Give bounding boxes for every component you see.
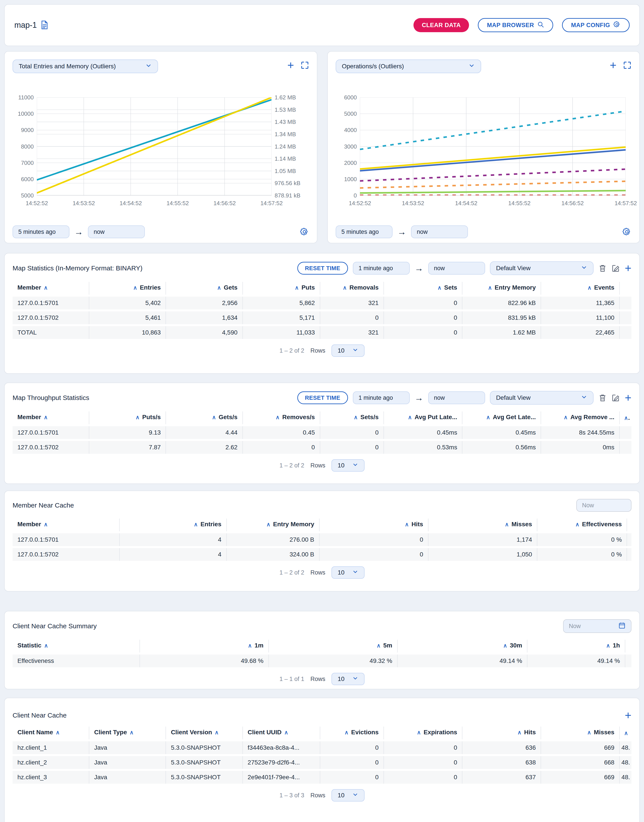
column-header-1h[interactable]: ∧1h bbox=[527, 640, 625, 653]
reset-time-button[interactable]: RESET TIME bbox=[297, 391, 348, 404]
delete-view-icon[interactable] bbox=[598, 264, 607, 272]
time-to-input[interactable]: now bbox=[428, 262, 485, 275]
column-header-member[interactable]: Member∧ bbox=[12, 411, 89, 424]
add-chart-icon[interactable]: + bbox=[610, 61, 616, 70]
column-header-puts[interactable]: ∧Puts bbox=[243, 282, 320, 294]
column-header-gets-s[interactable]: ∧Gets/s bbox=[166, 411, 243, 424]
rows-per-page-select[interactable]: 10 bbox=[331, 566, 365, 579]
column-header-member[interactable]: Member∧ bbox=[12, 518, 120, 531]
column-header-sets-s[interactable]: ∧Sets/s bbox=[320, 411, 384, 424]
column-header-statistic[interactable]: Statistic∧ bbox=[12, 640, 140, 653]
column-header-client-uuid[interactable]: Client UUID∧ bbox=[243, 727, 320, 739]
edit-view-icon[interactable] bbox=[612, 394, 620, 402]
table-row[interactable]: 127.0.0.1:57015,4022,9565,8623210822.96 … bbox=[12, 297, 632, 310]
chart-settings-gear-icon[interactable] bbox=[300, 227, 309, 236]
table-row[interactable]: Effectiveness49.68 %49.32 %49.14 %49.14 … bbox=[12, 655, 632, 667]
chart-metric-select[interactable]: Total Entries and Memory (Outliers) bbox=[12, 60, 158, 73]
table-row[interactable]: hz.client_1Java5.3.0-SNAPSHOTf34463ea-8c… bbox=[12, 741, 632, 754]
column-header-client-type[interactable]: Client Type∧ bbox=[89, 727, 166, 739]
column-header-client-name[interactable]: Client Name∧ bbox=[12, 727, 89, 739]
column-header-expirations[interactable]: ∧Expirations bbox=[384, 727, 463, 739]
reset-time-button[interactable]: RESET TIME bbox=[297, 262, 348, 275]
column-header-1m[interactable]: ∧1m bbox=[140, 640, 269, 653]
delete-view-icon[interactable] bbox=[598, 394, 607, 402]
add-view-icon[interactable]: + bbox=[625, 711, 632, 720]
table-row[interactable]: 127.0.0.1:57024324.00 B01,0500 % bbox=[12, 548, 632, 561]
sort-caret-icon: ∧ bbox=[44, 521, 48, 528]
edit-view-icon[interactable] bbox=[612, 264, 620, 272]
fullscreen-icon[interactable] bbox=[301, 61, 309, 69]
sort-caret-icon: ∧ bbox=[276, 414, 279, 420]
time-from-input[interactable]: 5 minutes ago bbox=[336, 225, 393, 238]
add-view-icon[interactable]: + bbox=[625, 393, 632, 402]
column-header-avg-put-latency[interactable]: ∧Avg Put Late... bbox=[384, 411, 463, 424]
map-config-button[interactable]: MAP CONFIG bbox=[562, 18, 630, 32]
time-to-input[interactable]: now bbox=[428, 391, 485, 404]
table-row[interactable]: hz.client_2Java5.3.0-SNAPSHOT27523e79-d2… bbox=[12, 756, 632, 769]
column-header-events[interactable]: ∧Events bbox=[541, 282, 620, 294]
column-header-gets[interactable]: ∧Gets bbox=[166, 282, 243, 294]
column-header-entry-memory[interactable]: ∧Entry Memory bbox=[462, 282, 541, 294]
column-header-hits[interactable]: ∧Hits bbox=[320, 518, 428, 531]
column-header-5m[interactable]: ∧5m bbox=[269, 640, 397, 653]
document-icon[interactable] bbox=[41, 20, 48, 30]
view-select[interactable]: Default View bbox=[490, 391, 593, 405]
section-title: Map Statistics (In-Memory Format: BINARY… bbox=[12, 264, 143, 272]
rows-per-page-select[interactable]: 10 bbox=[331, 344, 365, 357]
column-header-member[interactable]: Member∧ bbox=[12, 282, 89, 294]
chart-metric-select[interactable]: Operations/s (Outliers) bbox=[336, 60, 481, 73]
column-header-avg-get-latency[interactable]: ∧Avg Get Late... bbox=[462, 411, 541, 424]
map-browser-button[interactable]: MAP BROWSER bbox=[478, 18, 553, 32]
time-from-input[interactable]: 1 minute ago bbox=[353, 262, 410, 275]
column-header-30m[interactable]: ∧30m bbox=[397, 640, 527, 653]
column-header-effectiveness[interactable]: ∧Effectiveness bbox=[537, 518, 627, 531]
table-row[interactable]: 127.0.0.1:57027.872.62000.53ms0.56ms0ms bbox=[12, 441, 632, 454]
column-header-misses[interactable]: ∧Misses bbox=[428, 518, 537, 531]
sort-caret-icon: ∧ bbox=[56, 729, 60, 736]
fullscreen-icon[interactable] bbox=[623, 61, 632, 69]
view-select[interactable]: Default View bbox=[490, 261, 593, 275]
rows-per-page-select[interactable]: 10 bbox=[331, 459, 365, 472]
column-header-avg-remove-latency[interactable]: ∧Avg Remove ... bbox=[541, 411, 620, 424]
time-now-input[interactable]: Now bbox=[577, 499, 632, 512]
sort-caret-icon: ∧ bbox=[624, 415, 628, 421]
column-header-hits[interactable]: ∧Hits bbox=[462, 727, 541, 739]
column-header-entries[interactable]: ∧Entries bbox=[120, 518, 227, 531]
column-header-entry-memory[interactable]: ∧Entry Memory bbox=[227, 518, 320, 531]
column-header-removes-s[interactable]: ∧Removes/s bbox=[243, 411, 320, 424]
time-from-input[interactable]: 1 minute ago bbox=[353, 391, 410, 404]
table-row[interactable]: 127.0.0.1:57025,4611,6345,17100831.95 kB… bbox=[12, 311, 632, 324]
axis-tick-label: 1000 bbox=[344, 176, 357, 182]
pagination-range: 1 – 2 of 2 bbox=[279, 569, 304, 576]
client-near-cache-summary-panel: Client Near Cache Summary Now Statistic∧… bbox=[4, 611, 640, 689]
table-row[interactable]: 127.0.0.1:57019.134.440.4500.45ms0.45ms8… bbox=[12, 426, 632, 439]
column-header-truncated[interactable]: ∧. bbox=[620, 411, 632, 424]
column-header-entries[interactable]: ∧Entries bbox=[89, 282, 166, 294]
column-header-puts-s[interactable]: ∧Puts/s bbox=[89, 411, 166, 424]
time-now-input[interactable]: Now bbox=[563, 619, 632, 633]
rows-per-page-select[interactable]: 10 bbox=[331, 673, 365, 685]
column-header-truncated[interactable]: ∧ bbox=[620, 727, 632, 739]
chart-settings-gear-icon[interactable] bbox=[622, 227, 632, 236]
table-row[interactable]: hz.client_3Java5.3.0-SNAPSHOT2e9e401f-79… bbox=[12, 771, 632, 784]
rows-per-page-select[interactable]: 10 bbox=[331, 789, 365, 802]
table-row[interactable]: 127.0.0.1:57014276.00 B01,1740 % bbox=[12, 533, 632, 546]
time-from-input[interactable]: 5 minutes ago bbox=[12, 225, 69, 238]
column-header-removals[interactable]: ∧Removals bbox=[320, 282, 384, 294]
axis-tick-label: 14:52:52 bbox=[26, 200, 48, 207]
gear-icon bbox=[613, 21, 621, 30]
column-header-evictions[interactable]: ∧Evictions bbox=[320, 727, 384, 739]
add-view-icon[interactable]: + bbox=[625, 264, 632, 273]
time-to-input[interactable]: now bbox=[411, 225, 468, 238]
column-header-misses[interactable]: ∧Misses bbox=[541, 727, 620, 739]
add-chart-icon[interactable]: + bbox=[287, 61, 294, 70]
table-row-total[interactable]: TOTAL10,8634,59011,03332101.62 MB22,465 bbox=[12, 326, 632, 339]
client-near-cache-summary-table: Statistic∧ ∧1m ∧5m ∧30m ∧1h Effectivenes… bbox=[12, 638, 632, 669]
clear-data-button[interactable]: CLEAR DATA bbox=[414, 18, 469, 32]
sort-caret-icon: ∧ bbox=[587, 729, 591, 736]
column-header-client-version[interactable]: Client Version∧ bbox=[166, 727, 243, 739]
axis-tick-label: 10000 bbox=[18, 110, 34, 117]
sort-caret-icon: ∧ bbox=[408, 414, 412, 420]
time-to-input[interactable]: now bbox=[88, 225, 145, 238]
column-header-sets[interactable]: ∧Sets bbox=[384, 282, 463, 294]
